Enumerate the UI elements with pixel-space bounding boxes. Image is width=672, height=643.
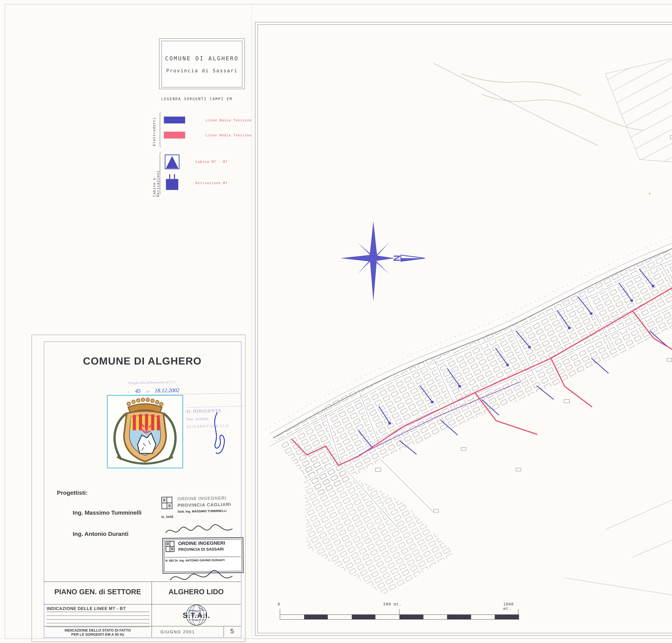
parcel-lines: [564, 447, 672, 605]
stai-text: S.T.A.I.: [178, 611, 215, 620]
stato-di-fatto-line2: PER LE SORGENTI EM A 50 Hz: [44, 632, 151, 636]
sassari-stamp-line3: N. 682 Dr. Ing. ANTONIO GAVINO DURANTI: [165, 556, 241, 562]
dirigente-signature: [206, 410, 230, 458]
derivazione-label: Derivazione BT: [195, 181, 228, 185]
stamp-n: n.: [127, 390, 130, 393]
cabina-label: Cabina MT - BT: [195, 160, 228, 163]
scale-tick: [280, 609, 280, 615]
scale-tick: [518, 609, 518, 615]
title-block-comune: COMUNE DI ALGHERO: [48, 355, 236, 367]
compass-rose: N: [340, 221, 425, 301]
sassari-order-stamp: ORDINE INGEGNERI PROVINCIA DI SASSARI N.…: [162, 537, 244, 574]
revision-line: [47, 616, 149, 616]
crest-image: [108, 396, 182, 466]
em-bracket-1: [160, 112, 162, 147]
revision-line: [47, 627, 149, 627]
urban-blocks-south: [304, 452, 454, 596]
left-title-box: COMUNE DI ALGHERO Provincia di Sassari: [159, 38, 245, 89]
cagliari-stamp-shield-icon: [161, 496, 174, 512]
stato-di-fatto-line1: INDICAZIONE DELLO STATO DI FATTO: [44, 628, 151, 632]
bt-line-swatch: [164, 117, 185, 123]
em-legend-title: LEGENDA SORGENTI CAMPI EM: [161, 97, 233, 101]
provincia-title: Provincia di Sassari: [166, 68, 237, 73]
stamp-del: del: [146, 389, 150, 393]
field-area-ne: [605, 42, 672, 170]
derivazione-bt-icon: [165, 174, 179, 191]
indicazione-linee-label: INDICAZIONE DELLE LINEE MT - BT: [47, 606, 149, 612]
mt-line-label: Linee Media Tensione: [206, 133, 252, 137]
urban-blocks-band: [273, 157, 672, 496]
sassari-stamp-shield-icon: [165, 541, 175, 555]
mt-line-swatch: [164, 132, 185, 138]
inland-line: [434, 63, 598, 146]
engineer-1: Ing. Massimo Tumminelli: [73, 510, 142, 517]
scale-bar: 0 500 mt. 1000 mt.: [277, 602, 524, 623]
em-group-cabine: Cabine e Derivazioni: [152, 150, 160, 197]
revision-line: [47, 623, 149, 623]
date-giugno-2001: GIUGNO 2001: [160, 630, 195, 634]
progettisti-label: Progettisti:: [57, 490, 88, 497]
piano-settore-title: PIANO GEN. di SETTORE: [44, 587, 151, 596]
scale-label-1000: 1000 mt.: [503, 602, 524, 611]
fold-line-left: [252, 4, 252, 639]
sassari-stamp-line1: ORDINE INGEGNERI: [178, 540, 225, 546]
comune-title: COMUNE DI ALGHERO: [165, 55, 239, 61]
sassari-stamp-line2: PROVINCIA DI SASSARI: [178, 547, 225, 551]
title-block-table: PIANO GEN. di SETTORE ALGHERO LIDO INDIC…: [44, 581, 241, 637]
drawing-sheet: COMUNE DI ALGHERO Provincia di Sassari L…: [0, 0, 672, 643]
scale-label-500: 500 mt.: [383, 602, 402, 607]
stai-logo: S.T.A.I.: [178, 604, 215, 626]
deliberation-stamp: Allegato alla deliberazione del C.C. n. …: [127, 379, 241, 395]
cagliari-stamp-line2: PROVINCIA CAGLIARI: [178, 502, 231, 508]
city-map: N: [255, 22, 672, 635]
em-bracket-2: [160, 151, 162, 195]
cagliari-stamp-number: N. 3448: [161, 515, 175, 519]
deliberation-number: 45: [135, 388, 141, 394]
scale-bar-segments: [280, 614, 519, 619]
alghero-lido-title: ALGHERO LIDO: [151, 587, 241, 596]
alghero-crest: [107, 395, 183, 469]
tumminelli-signature: [164, 524, 239, 538]
engineer-2: Ing. Antonio Duranti: [73, 531, 129, 538]
cagliari-order-stamp: N. 3448 ORDINE INGEGNERI PROVINCIA CAGLI…: [161, 495, 245, 519]
bt-line-label: Linee Bassa Tensione: [206, 118, 252, 122]
scale-label-0: 0: [278, 602, 280, 607]
deliberation-date: 18.12.2002: [155, 387, 180, 393]
em-group-elettrodotti: Elettrodotti: [152, 113, 156, 146]
map-sheet: N: [255, 22, 672, 635]
compass-north-letter: N: [392, 255, 402, 262]
sheet-number: 5: [223, 628, 241, 635]
revision-line: [47, 619, 149, 620]
cabina-mt-bt-icon: [164, 154, 180, 169]
scale-tick: [399, 609, 400, 615]
cagliari-stamp-line3: Dott. Ing. MASSIMO TUMMINELLI: [178, 509, 231, 513]
cagliari-stamp-line1: ORDINE INGEGNERI: [178, 495, 231, 501]
